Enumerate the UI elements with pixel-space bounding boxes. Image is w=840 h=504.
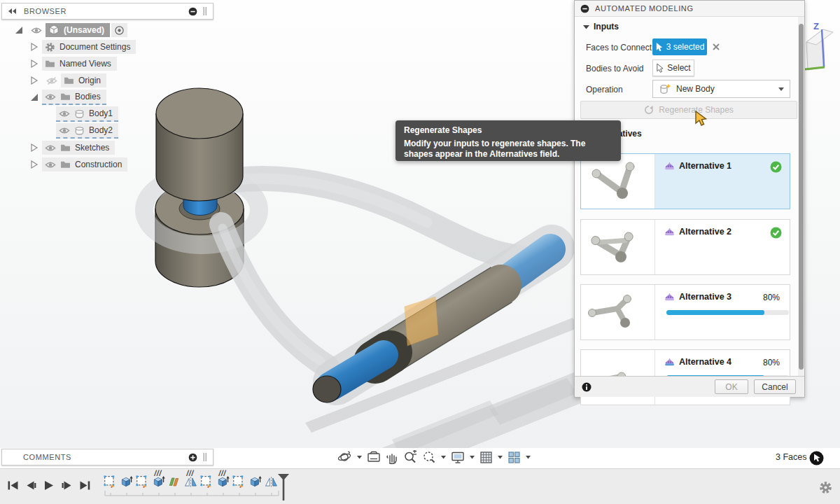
info-icon[interactable] — [582, 382, 592, 392]
step-back-button[interactable] — [25, 480, 37, 491]
regenerate-shapes-tooltip: Regenerate Shapes Modify your inputs to … — [396, 120, 621, 161]
alternative-card-3[interactable]: Alternative 3 80% — [580, 284, 790, 340]
dialog-header[interactable]: AUTOMATED MODELING — [575, 1, 804, 17]
timeline-feature-mirror[interactable] — [184, 475, 197, 489]
timeline-feature-strip: ||| ||| ||| — [104, 469, 293, 504]
bodies-select-button[interactable]: Select — [652, 59, 694, 76]
alternative-card-2[interactable]: Alternative 2 — [580, 219, 790, 275]
alternative-card-1[interactable]: Alternative 1 — [580, 153, 790, 209]
panel-scrollbar-thumb[interactable] — [799, 24, 804, 370]
inputs-section-label: Inputs — [594, 22, 619, 31]
alternative-thumbnail — [581, 154, 655, 209]
tooltip-body: Modify your inputs to regenerate shapes.… — [404, 139, 612, 160]
faces-selected-button[interactable]: 3 selected — [652, 38, 707, 55]
dialog-footer: OK Cancel — [575, 376, 804, 397]
play-button[interactable] — [43, 480, 55, 491]
chevron-down-icon[interactable] — [357, 456, 362, 459]
skip-to-start-button[interactable] — [7, 480, 19, 491]
alternative-name: Alternative 4 — [679, 357, 732, 367]
faces-selected-count: 3 selected — [666, 42, 705, 52]
pin-end-cap — [313, 376, 341, 402]
bodies-select-label: Select — [667, 63, 690, 73]
select-cursor-icon — [655, 42, 663, 52]
mesh-body-icon — [664, 226, 676, 239]
timeline-feature-extrude[interactable] — [120, 475, 133, 489]
grid-snap-icon[interactable] — [479, 451, 493, 464]
faces-to-connect-label: Faces to Connect — [586, 43, 652, 52]
alternative-name: Alternative 1 — [679, 161, 732, 171]
mesh-body-icon — [664, 160, 676, 174]
timeline-playback-controls — [7, 480, 91, 491]
display-settings-icon[interactable] — [451, 451, 465, 464]
selection-tools-icon[interactable] — [809, 451, 824, 465]
orbit-icon[interactable] — [337, 450, 352, 464]
timeline-feature-extrude[interactable] — [216, 475, 230, 489]
timeline-bar: ||| ||| ||| — [0, 468, 840, 504]
status-complete-icon — [770, 227, 782, 239]
navigation-toolbar — [337, 450, 531, 464]
timeline-feature-sketch[interactable] — [104, 475, 117, 489]
skip-to-end-button[interactable] — [79, 480, 91, 491]
alternative-name: Alternative 2 — [679, 227, 732, 237]
progress-percent: 80% — [763, 358, 780, 368]
panel-grip[interactable] — [203, 453, 207, 461]
panel-scrollbar-track[interactable] — [798, 17, 804, 377]
regenerate-icon — [644, 105, 654, 115]
timeline-feature-extrude[interactable] — [152, 475, 165, 489]
progress-percent: 80% — [763, 293, 780, 302]
fusion-viewport: Z BROWSER (Unsaved) Document Settings Na… — [0, 0, 840, 504]
timeline-feature-sketch[interactable] — [200, 475, 214, 489]
regenerate-shapes-button[interactable]: Regenerate Shapes — [580, 101, 797, 119]
cylinder-top — [156, 88, 243, 201]
mesh-body-icon — [664, 291, 676, 304]
timeline-feature-sketch[interactable] — [136, 475, 149, 489]
new-body-icon — [659, 83, 671, 94]
alternative-thumbnail — [581, 220, 655, 274]
cancel-button[interactable]: Cancel — [754, 379, 796, 394]
timeline-feature-extrude[interactable] — [248, 475, 262, 489]
chevron-down-icon[interactable] — [441, 456, 446, 459]
timeline-feature-mirror[interactable] — [265, 475, 278, 489]
chevron-down-icon[interactable] — [498, 456, 503, 459]
zoom-icon[interactable] — [403, 450, 417, 464]
zoom-fit-icon[interactable] — [422, 450, 436, 464]
ok-label: OK — [725, 382, 737, 392]
dialog-title: AUTOMATED MODELING — [595, 4, 694, 13]
chevron-down-icon[interactable] — [470, 456, 475, 459]
bodies-to-avoid-label: Bodies to Avoid — [586, 64, 644, 74]
comments-title: COMMENTS — [23, 453, 188, 461]
mouse-cursor — [694, 111, 708, 127]
inputs-section-header[interactable]: Inputs — [583, 22, 619, 31]
timeline-feature-sketch[interactable] — [232, 475, 246, 489]
timeline-settings-gear-icon[interactable] — [819, 481, 832, 494]
status-complete-icon — [770, 161, 782, 173]
minimize-dialog-icon[interactable] — [580, 4, 589, 13]
chevron-down-icon — [778, 88, 784, 91]
view-cube[interactable]: Z — [805, 21, 833, 70]
cancel-label: Cancel — [762, 382, 788, 392]
ok-button[interactable]: OK — [715, 379, 748, 394]
operation-dropdown[interactable]: New Body — [652, 80, 790, 98]
look-at-icon[interactable] — [367, 451, 381, 463]
timeline-playhead[interactable] — [277, 474, 290, 502]
operation-label: Operation — [586, 85, 623, 94]
chevron-down-icon[interactable] — [526, 456, 531, 459]
pan-icon[interactable] — [386, 451, 398, 464]
step-forward-button[interactable] — [61, 480, 73, 491]
timeline-feature-plane[interactable] — [168, 475, 181, 489]
mesh-body-icon — [664, 356, 676, 370]
selection-count: 3 Faces — [776, 452, 806, 462]
viewcube-z-label: Z — [813, 21, 819, 31]
clear-selection-icon[interactable] — [712, 43, 720, 51]
operation-value: New Body — [676, 84, 774, 94]
viewports-icon[interactable] — [507, 451, 521, 464]
alternative-name: Alternative 3 — [679, 292, 732, 302]
section-collapse-icon — [583, 24, 589, 29]
comments-bar[interactable]: COMMENTS — [1, 449, 214, 465]
automated-modeling-dialog: AUTOMATED MODELING Inputs Faces to Conne… — [574, 0, 805, 398]
progress-bar — [666, 310, 789, 315]
select-cursor-icon — [656, 63, 664, 74]
timeline-group-bracket — [104, 491, 284, 498]
add-comment-icon[interactable] — [188, 453, 197, 462]
tooltip-title: Regenerate Shapes — [404, 125, 612, 135]
